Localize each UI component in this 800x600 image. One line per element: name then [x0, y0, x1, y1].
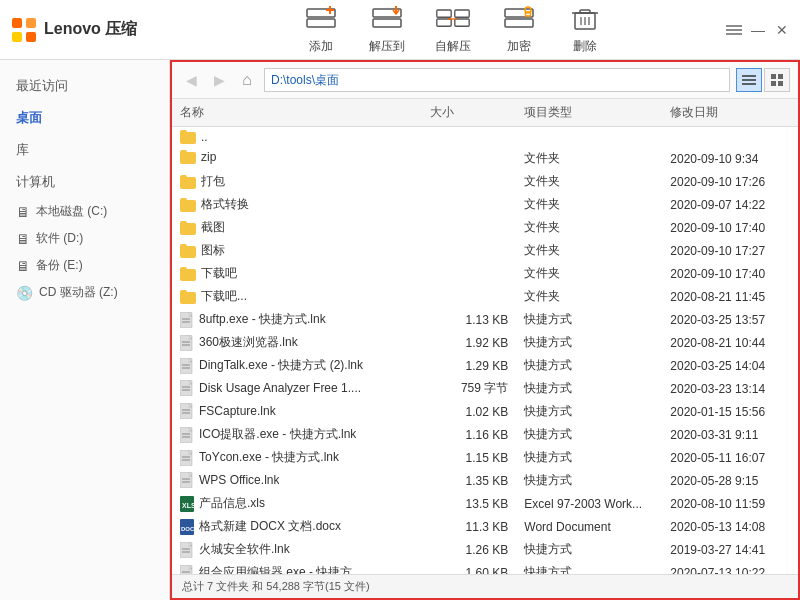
- sidebar-item-desktop[interactable]: 桌面: [0, 102, 169, 134]
- toolbar-delete-button[interactable]: 删除: [567, 4, 603, 55]
- file-table: 名称 大小 项目类型 修改日期 ..zip文件夹2020-09-10 9:34打…: [172, 99, 798, 574]
- table-row[interactable]: ToYcon.exe - 快捷方式.lnk1.15 KB快捷方式2020-05-…: [172, 446, 798, 469]
- minimize-button[interactable]: —: [750, 22, 766, 38]
- file-name: zip: [201, 150, 216, 164]
- sidebar-item-computer[interactable]: 计算机: [0, 166, 169, 198]
- file-date: 2020-09-07 14:22: [662, 193, 798, 216]
- file-date: 2020-03-25 14:04: [662, 354, 798, 377]
- table-row[interactable]: zip文件夹2020-09-10 9:34: [172, 147, 798, 170]
- file-type: 快捷方式: [516, 469, 662, 492]
- toolbar-encrypt-button[interactable]: 加密: [501, 4, 537, 55]
- address-input[interactable]: [264, 68, 730, 92]
- table-row[interactable]: ICO提取器.exe - 快捷方式.lnk1.16 KB快捷方式2020-03-…: [172, 423, 798, 446]
- file-type: 快捷方式: [516, 331, 662, 354]
- table-row[interactable]: XLS产品信息.xls13.5 KBExcel 97-2003 Work...2…: [172, 492, 798, 515]
- file-size: [422, 262, 516, 285]
- file-size: 1.16 KB: [422, 423, 516, 446]
- file-size: [422, 193, 516, 216]
- file-name: 8uftp.exe - 快捷方式.lnk: [199, 311, 326, 328]
- table-row[interactable]: 截图文件夹2020-09-10 17:40: [172, 216, 798, 239]
- add-label: 添加: [309, 38, 333, 55]
- table-row[interactable]: 打包文件夹2020-09-10 17:26: [172, 170, 798, 193]
- file-name: 下载吧...: [201, 288, 247, 305]
- table-row[interactable]: Disk Usage Analyzer Free 1....759 字节快捷方式…: [172, 377, 798, 400]
- col-header-date: 修改日期: [662, 99, 798, 127]
- sidebar-drive-e[interactable]: 🖥 备份 (E:): [0, 252, 169, 279]
- toolbar-selfextract-button[interactable]: 自解压: [435, 4, 471, 55]
- table-row[interactable]: FSCapture.lnk1.02 KB快捷方式2020-01-15 15:56: [172, 400, 798, 423]
- file-type: [516, 127, 662, 148]
- list-view-btn[interactable]: [736, 68, 762, 92]
- file-date: [662, 127, 798, 148]
- col-header-name: 名称: [172, 99, 422, 127]
- file-type: Excel 97-2003 Work...: [516, 492, 662, 515]
- table-row[interactable]: ..: [172, 127, 798, 148]
- extract-label: 解压到: [369, 38, 405, 55]
- table-row[interactable]: DOC格式新建 DOCX 文档.docx11.3 KBWord Document…: [172, 515, 798, 538]
- home-button[interactable]: ⌂: [236, 69, 258, 91]
- list-view-button[interactable]: [726, 22, 742, 38]
- extract-icon: [369, 4, 405, 34]
- sidebar-item-recent[interactable]: 最近访问: [0, 70, 169, 102]
- svg-rect-35: [778, 81, 783, 86]
- file-name: ICO提取器.exe - 快捷方式.lnk: [199, 426, 356, 443]
- sidebar: 最近访问 桌面 库 计算机 🖥 本地磁盘 (C:) 🖥 软件 (D:) 🖥 备份…: [0, 60, 170, 600]
- file-icon: [180, 221, 196, 235]
- svg-rect-33: [778, 74, 783, 79]
- file-type: 快捷方式: [516, 423, 662, 446]
- svg-rect-1: [26, 18, 36, 28]
- window-controls: — ✕: [726, 22, 790, 38]
- close-button[interactable]: ✕: [774, 22, 790, 38]
- content-area: ◀ ▶ ⌂: [170, 60, 800, 600]
- forward-button[interactable]: ▶: [208, 69, 230, 91]
- table-row[interactable]: 格式转换文件夹2020-09-07 14:22: [172, 193, 798, 216]
- file-name: ToYcon.exe - 快捷方式.lnk: [199, 449, 339, 466]
- file-icon: [180, 267, 196, 281]
- file-type: 文件夹: [516, 147, 662, 170]
- selfextract-label: 自解压: [435, 38, 471, 55]
- sidebar-drive-z[interactable]: 💿 CD 驱动器 (Z:): [0, 279, 169, 306]
- sidebar-drive-d[interactable]: 🖥 软件 (D:): [0, 225, 169, 252]
- file-icon: [180, 542, 194, 558]
- file-type: 快捷方式: [516, 354, 662, 377]
- file-size: [422, 285, 516, 308]
- file-icon: [180, 312, 194, 328]
- table-row[interactable]: 360极速浏览器.lnk1.92 KB快捷方式2020-08-21 10:44: [172, 331, 798, 354]
- table-row[interactable]: 下载吧...文件夹2020-08-21 11:45: [172, 285, 798, 308]
- col-header-size: 大小: [422, 99, 516, 127]
- file-icon: [180, 403, 194, 419]
- file-name: 图标: [201, 242, 225, 259]
- file-type: 快捷方式: [516, 446, 662, 469]
- table-row[interactable]: 8uftp.exe - 快捷方式.lnk1.13 KB快捷方式2020-03-2…: [172, 308, 798, 331]
- grid-view-btn[interactable]: [764, 68, 790, 92]
- file-date: 2020-03-23 13:14: [662, 377, 798, 400]
- toolbar-add-button[interactable]: 添加: [303, 4, 339, 55]
- file-size: 1.92 KB: [422, 331, 516, 354]
- table-row[interactable]: 下载吧文件夹2020-09-10 17:40: [172, 262, 798, 285]
- file-date: 2020-09-10 17:40: [662, 216, 798, 239]
- file-type: 文件夹: [516, 285, 662, 308]
- file-type: 快捷方式: [516, 308, 662, 331]
- table-row[interactable]: 图标文件夹2020-09-10 17:27: [172, 239, 798, 262]
- file-size: [422, 216, 516, 239]
- svg-rect-9: [373, 19, 401, 27]
- toolbar: 添加 解压到: [180, 4, 726, 55]
- file-size: 1.02 KB: [422, 400, 516, 423]
- sidebar-item-library[interactable]: 库: [0, 134, 169, 166]
- drive-e-label: 备份 (E:): [36, 257, 83, 274]
- main-layout: 最近访问 桌面 库 计算机 🖥 本地磁盘 (C:) 🖥 软件 (D:) 🖥 备份…: [0, 60, 800, 600]
- back-button[interactable]: ◀: [180, 69, 202, 91]
- file-type: 文件夹: [516, 216, 662, 239]
- table-row[interactable]: 火城安全软件.lnk1.26 KB快捷方式2019-03-27 14:41: [172, 538, 798, 561]
- table-row[interactable]: DingTalk.exe - 快捷方式 (2).lnk1.29 KB快捷方式20…: [172, 354, 798, 377]
- file-date: 2020-09-10 17:26: [662, 170, 798, 193]
- svg-text:XLS: XLS: [182, 502, 194, 509]
- sidebar-drive-c[interactable]: 🖥 本地磁盘 (C:): [0, 198, 169, 225]
- file-name: 格式新建 DOCX 文档.docx: [199, 518, 341, 535]
- toolbar-extract-button[interactable]: 解压到: [369, 4, 405, 55]
- file-name: 产品信息.xls: [199, 495, 265, 512]
- file-date: 2019-03-27 14:41: [662, 538, 798, 561]
- logo-icon: [10, 16, 38, 44]
- table-row[interactable]: WPS Office.lnk1.35 KB快捷方式2020-05-28 9:15: [172, 469, 798, 492]
- table-row[interactable]: 组合应用编辑器.exe - 快捷方...1.60 KB快捷方式2020-07-1…: [172, 561, 798, 574]
